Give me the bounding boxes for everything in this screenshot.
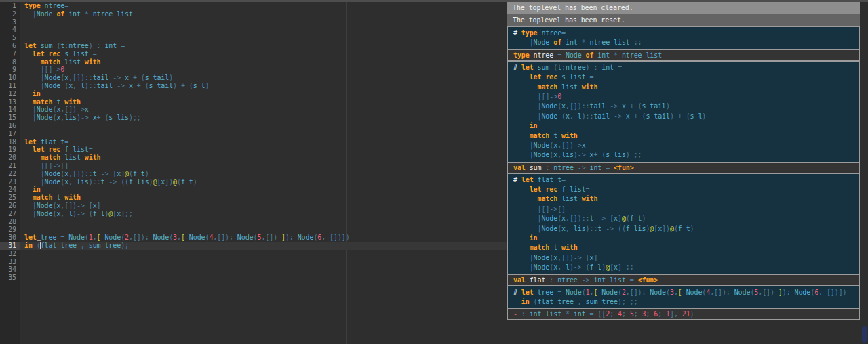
gutter-line-number[interactable]: 17 [0,130,20,138]
toplevel-entries: # type ntree= |Node of int * ntree list … [507,26,860,320]
code-editor-pane[interactable]: 1234567891011121314151617181920212223242… [0,2,507,344]
code-line[interactable]: match list with [20,58,507,66]
code-line[interactable]: |Node(x, lis)::t -> ((f lis)@[x])@(f t) [20,178,507,186]
code-line[interactable]: let rec f list= [20,146,507,154]
toplevel-input-line: match list with [513,83,859,92]
gutter-line-number[interactable]: 1 [0,2,20,10]
gutter-line-number[interactable]: 29 [0,225,20,234]
toplevel-output-line: val sum : ntree -> int = <fun> [513,163,859,173]
code-line[interactable] [20,18,507,26]
gutter-line-number[interactable]: 3 [0,18,20,26]
code-line[interactable]: match t with [20,194,507,202]
code-line[interactable]: let tree = Node(1,[ Node(2,[]); Node(3,[… [20,234,507,242]
code-line[interactable] [20,130,507,138]
toplevel-input-line: |Node(x,[])->x [513,141,859,150]
gutter-line-number[interactable]: 24 [0,186,20,194]
gutter-line-number[interactable]: 7 [0,50,20,58]
code-line[interactable] [20,225,507,234]
toplevel-input-line: match t with [513,243,859,253]
toplevel-message-cleared: The toplevel has been cleared. [507,2,860,14]
code-line[interactable]: |Node(x,[])-> [x] [20,202,507,210]
toplevel-input-line: # let tree = Node(1,[ Node(2,[]); Node(3… [513,288,859,297]
gutter-line-number[interactable]: 18 [0,138,20,146]
code-line[interactable]: |Node(x,[])->x [20,106,507,114]
gutter-line-number[interactable]: 34 [0,265,20,274]
code-line[interactable]: |Node (x, l)::tail -> x + (s tail) + (s … [20,82,507,90]
toplevel-output-block: - : int list * int = ([2; 4; 5; 3; 6; 1]… [507,308,860,320]
code-line[interactable]: let sum (t:ntree) : int = [20,42,507,50]
toplevel-input-line: # let flat t= [513,175,859,185]
code-line[interactable]: |Node(x, l)-> (f l)@[x];; [20,210,507,218]
toplevel-input-line: let rec f list= [513,185,859,194]
toplevel-input-block: # type ntree= |Node of int * ntree list … [507,26,860,49]
toplevel-input-line: |Node of int * ntree list ;; [513,38,859,47]
gutter-line-number[interactable]: 14 [0,106,20,114]
toplevel-input-line: match list with [513,194,859,204]
toplevel-message-reset: The toplevel has been reset. [507,14,860,26]
code-line[interactable] [20,122,507,130]
gutter-line-number[interactable]: 25 [0,194,20,202]
gutter-line-number[interactable]: 31 [0,242,20,250]
gutter-line-number[interactable]: 8 [0,58,20,66]
code-line[interactable]: |[]->[] [20,162,507,170]
gutter-line-number[interactable]: 21 [0,162,20,170]
gutter-line-number[interactable]: 35 [0,274,20,282]
gutter-line-number[interactable]: 6 [0,42,20,50]
gutter-line-number[interactable]: 33 [0,258,20,266]
toplevel-input-line: |Node(x,[])::t -> [x]@(f t) [513,214,859,223]
gutter-line-number[interactable]: 26 [0,202,20,210]
toplevel-input-line: |Node (x, l)::tail -> x + (s tail) + (s … [513,112,859,121]
gutter-line-number[interactable]: 32 [0,250,20,258]
code-line[interactable] [20,250,507,258]
gutter-line-number[interactable]: 20 [0,154,20,162]
toplevel-input-block: # let tree = Node(1,[ Node(2,[]); Node(3… [507,286,860,309]
editor-code-area[interactable]: type ntree= |Node of int * ntree listlet… [20,2,507,344]
gutter-line-number[interactable]: 4 [0,26,20,34]
toplevel-input-line: |Node(x,lis)-> x+ (s lis) ;; [513,150,859,160]
gutter-line-number[interactable]: 30 [0,234,20,242]
gutter-line-number[interactable]: 10 [0,74,20,82]
gutter-line-number[interactable]: 5 [0,34,20,42]
gutter-line-number[interactable]: 16 [0,122,20,130]
gutter-line-number[interactable]: 22 [0,170,20,178]
toplevel-input-line: match t with [513,131,859,141]
gutter-line-number[interactable]: 13 [0,98,20,106]
code-line[interactable]: let rec s list = [20,50,507,58]
code-line[interactable] [20,258,507,266]
gutter-line-number[interactable]: 15 [0,114,20,122]
toplevel-input-block: # let sum (t:ntree) : int = let rec s li… [507,61,860,162]
gutter-line-number[interactable]: 2 [0,10,20,18]
code-line[interactable] [20,265,507,274]
code-line[interactable] [20,26,507,34]
toplevel-panel[interactable]: The toplevel has been cleared. The tople… [507,2,868,344]
toplevel-input-line: |[]->[] [513,205,859,214]
code-line[interactable]: in [20,90,507,98]
code-line[interactable]: in [20,186,507,194]
gutter-line-number[interactable]: 19 [0,146,20,154]
code-line[interactable] [20,34,507,42]
ocaml-ide-window: 1234567891011121314151617181920212223242… [0,0,868,344]
toplevel-scrollbar-thumb[interactable] [862,326,867,343]
code-line[interactable]: |Node(x,lis)-> x+ (s lis);; [20,114,507,122]
code-line[interactable]: type ntree= [20,2,507,10]
code-line[interactable]: match t with [20,98,507,106]
gutter-line-number[interactable]: 11 [0,82,20,90]
code-line[interactable]: |Node of int * ntree list [20,10,507,18]
code-line[interactable]: |Node(x,[])::t -> [x]@(f t) [20,170,507,178]
gutter-line-number[interactable]: 23 [0,178,20,186]
gutter-line-number[interactable]: 9 [0,66,20,74]
code-line[interactable]: let flat t= [20,138,507,146]
code-line[interactable]: match list with [20,154,507,162]
code-line[interactable]: in (flat tree , sum tree); [20,242,507,250]
gutter-line-number[interactable]: 28 [0,218,20,226]
code-line[interactable]: |[]->0 [20,66,507,74]
code-line[interactable] [20,274,507,282]
toplevel-input-block: # let flat t= let rec f list= match list… [507,173,860,274]
code-line[interactable]: |Node(x,[])::tail -> x + (s tail) [20,74,507,82]
gutter-line-number[interactable]: 27 [0,210,20,218]
toplevel-input-line: let rec s list = [513,72,859,82]
gutter-line-number[interactable]: 12 [0,90,20,98]
toplevel-output-block: val flat : ntree -> int list = <fun> [507,274,860,286]
editor-gutter: 1234567891011121314151617181920212223242… [0,2,20,344]
code-line[interactable] [20,218,507,226]
